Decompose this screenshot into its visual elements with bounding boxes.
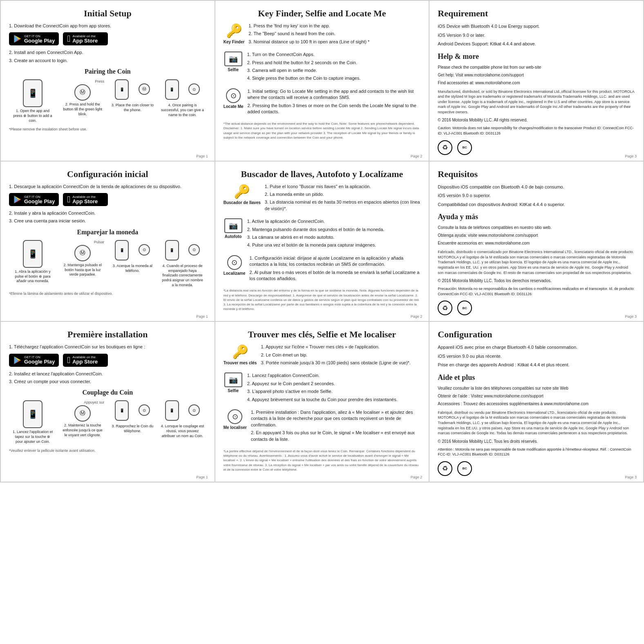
copyright-r2: © 2016 Motorola Mobility LLC. Todos los … (438, 278, 635, 283)
buscador-step-1: 1. Pulse el Icono "Buscar mis llaves" en… (265, 184, 421, 190)
app-store-button-r1[interactable]:  Available on the App Store (63, 32, 108, 45)
req-1: iOS Device with Bluetooth 4.0 Low Energy… (438, 23, 635, 30)
page-num-r1-left: Page 1 (196, 154, 208, 158)
app-store-button-r2[interactable]:  Available on the App Store (63, 193, 108, 206)
fr-selfie-section: 📷 Selfie 1. Lancez l'application Connect… (224, 372, 421, 404)
r2-coin-icon-4: ⊙ (188, 244, 200, 256)
r3-req-1: Appareil iOS avec prise en charge Blueto… (438, 344, 635, 351)
help-1: Please check the compatible phone list f… (438, 64, 635, 70)
page-num-r3-center: Page 2 (411, 475, 423, 479)
trouver-section: 🔑 Trouver mes clés 1. Appuyez sur l'icôn… (224, 344, 421, 368)
r3-coin-icon-4: ⊙ (188, 404, 200, 416)
legal-r3: Fabriqué, distribué ou vendu par Binaton… (438, 410, 635, 436)
r2-req-3: Compatibilidad con dispositivos Android:… (438, 201, 635, 208)
cell-r2-requisitos: Requisitos Dispositivo iOS compatible co… (429, 161, 644, 322)
pairing-caption-4: 4. Once pairing is successful, you can g… (161, 103, 204, 117)
me-localiser-row: ⊙ Me localiser 1. Première installation … (224, 409, 421, 444)
coin-pairing-images-r3: 📱 1. Lancez l'application et tapez sur l… (9, 400, 206, 444)
r2-req-1: Dispositivo iOS compatible con Bluetooth… (438, 184, 635, 191)
help-3: Find accessories at: www.motorolahome.co… (438, 80, 635, 86)
cell-r3-premiere: Première installation 1. Téléchargez l'a… (0, 321, 215, 482)
r2-pairing-caption-1: 1. Abra la aplicación y pulse el botón ⊕… (11, 269, 54, 284)
appstore-text: Available on the App Store (72, 35, 98, 43)
r3-step-1: 1. Téléchargez l'application ConnectCoin… (9, 344, 206, 350)
appstore-text-r2: Available on the App Store (72, 195, 98, 204)
fr-selfie-icon-wrap: 📷 Selfie (224, 372, 243, 393)
localizame-row: ⊙ Localízame 1. Configuración inicial: d… (224, 255, 421, 284)
phone-icon-3: 📱 (115, 79, 129, 100)
insulation-note-r1: *Please remove the insulation sheet befo… (9, 127, 206, 131)
r3-help-1: Veuillez consulter la liste des téléphon… (438, 385, 635, 391)
cell-r2-buscador: Buscador de llaves, Autofoto y Localízam… (215, 161, 429, 322)
selfie-step-4: 4. Single press the button on the Coin t… (247, 75, 421, 81)
autofoto-section: 📷 Autofoto 1. Active la aplicación de Co… (224, 218, 421, 250)
trouver-step-1: 1. Appuyez sur l'icône « Trouver mes clé… (261, 344, 420, 350)
pairing-subtitle: Pairing the Coin (9, 68, 206, 75)
page-num-r2-left: Page 1 (196, 314, 208, 319)
selfie-step-3: 3. Camera will open in selfie mode. (247, 67, 421, 74)
google-play-icon-r2 (13, 195, 22, 204)
couplage-subtitle: Couplage du Coin (9, 389, 206, 396)
page-num-r3-right: Page 3 (625, 475, 637, 479)
locate-steps: 1. Initial setting: Go to Locate Me sett… (248, 88, 421, 117)
r2-pulsar-label: Pulsar (61, 240, 104, 244)
autofoto-step-2: 2. Mantenga pulsando durante dos segundo… (247, 227, 421, 233)
r3-req-3: Prise en charge des appareils Android : … (438, 361, 635, 368)
localizame-target-icon: ⊙ (227, 255, 242, 270)
pairing-caption-1: 1. Open the app and press ⊕ button to ad… (11, 109, 54, 123)
r2-help-1: Consulte la lista de teléfonos compatibl… (438, 224, 635, 231)
help-2: Get help: Visit www.motorolahome.com/sup… (438, 72, 635, 78)
locate-step-1: 1. Initial setting: Go to Locate Me sett… (248, 88, 421, 101)
localizame-section: ⊙ Localízame 1. Configuración inicial: d… (224, 255, 421, 284)
localizame-label: Localízame (224, 271, 246, 276)
appstore-label-r2: App Store (72, 199, 98, 204)
gplay-label: Google Play (24, 38, 55, 43)
locate-target-icon: ⊙ (226, 88, 241, 103)
page-num-r2-center: Page 2 (411, 314, 423, 319)
google-play-icon (13, 34, 22, 43)
trouver-icon-wrap: 🔑 Trouver mes clés (224, 344, 257, 365)
r3-phone-icon-1: 📱 (23, 400, 42, 428)
r2-pairing-caption-3: 3. Acerque la moneda al teléfono. (111, 264, 154, 273)
fr-selfie-step-3: 3. L'appareil photo s'active en mode Sel… (247, 388, 421, 395)
r2-coin-icon-3: ⊙ (139, 244, 150, 256)
google-play-button-r1[interactable]: GET IT ON Google Play (9, 32, 59, 45)
locate-step-2: 2. Pressing the button 3 times or more o… (248, 103, 421, 115)
help-title-r3: Aide et plus (438, 373, 635, 382)
caution-r1: Caution: Motorola does not take responsi… (438, 126, 635, 136)
google-play-button-r3[interactable]: GET IT ON Google Play (9, 354, 59, 367)
keyfinder-row: 🔑 Key Finder 1. Press the 'find my key' … (224, 23, 421, 47)
recycle-icon-r2: ♻ (438, 301, 452, 315)
disclaimer-r2: *La distancia real varía en función del … (224, 288, 421, 311)
fr-selfie-step-1: 1. Lancez l'application ConnectCoin. (247, 372, 421, 379)
kf-step-2: 2. The "Beep" sound is heard from the co… (248, 31, 420, 37)
keyfinder-icon-wrap: 🔑 Key Finder (224, 23, 245, 44)
trouver-step-2: 2. Le Coin émet un bip. (261, 352, 420, 358)
kf-step-3: 3. Nominal distance up to 100 ft in open… (248, 39, 420, 45)
autofoto-camera-icon: 📷 (224, 218, 242, 233)
recycle-icon-r1: ♻ (438, 140, 452, 155)
r3-help-2: Obtenir de l'aide : Visitez www.motorola… (438, 393, 635, 399)
bc-badge-r2: BC (457, 301, 472, 315)
r3-pairing-caption-3: 3. Rapprochez le Coin du téléphone. (111, 424, 154, 433)
legal-r2: Fabricado, distribuido o comercializado … (438, 249, 635, 275)
trouver-step-3: 3. Portée nominale jusqu'à 30 m (100 pie… (261, 360, 420, 366)
cell-title-config-inicial: Configuración inicial (9, 169, 206, 180)
trouver-key-icon: 🔑 (224, 344, 257, 359)
step-3-account: 3. Create an account to login. (9, 58, 206, 64)
r2-phone-icon-3: 📱 (115, 240, 129, 260)
fr-selfie-steps: 1. Lancez l'application ConnectCoin. 2. … (247, 372, 421, 404)
me-localiser-step-2: 2. En appuyant 3 fois ou plus sur le Coi… (251, 430, 420, 442)
app-store-button-r3[interactable]:  Available on the App Store (63, 354, 108, 367)
cell-title-initial-setup: Initial Setup (9, 8, 206, 19)
bc-logos-r3: ♻ BC (438, 461, 635, 476)
bc-logos-r2: ♻ BC (438, 301, 635, 315)
apple-icon-r2:  (67, 195, 70, 204)
autofoto-step-1: 1. Active la aplicación de ConnectCoin. (247, 218, 421, 224)
kf-step-1: 1. Press the 'find my key' icon in the a… (248, 23, 420, 29)
r2-help-2: Obtenga ayuda: visite www.motorolahome.c… (438, 232, 635, 238)
trouver-row: 🔑 Trouver mes clés 1. Appuyez sur l'icôn… (224, 344, 421, 368)
r3-step-2: 2. Installez et lancez l'application Con… (9, 371, 206, 377)
gplay-text-r2: GET IT ON Google Play (24, 195, 55, 204)
google-play-button-r2[interactable]: GET IT ON Google Play (9, 193, 59, 206)
